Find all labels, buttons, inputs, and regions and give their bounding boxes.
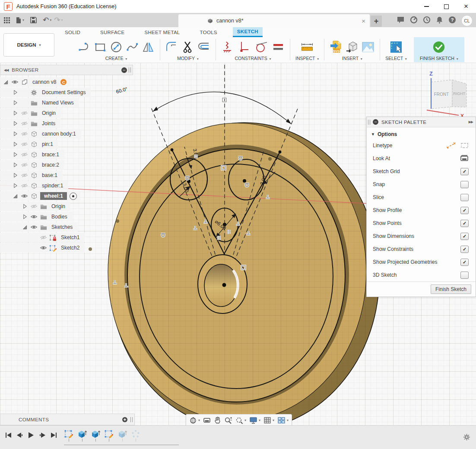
eye-visible-icon[interactable] (21, 193, 28, 199)
timeline-feature-extrude-3[interactable] (91, 429, 100, 442)
finish-sketch-dialog-button[interactable]: Finish Sketch (431, 285, 471, 294)
expand-arrow-icon[interactable] (23, 204, 27, 209)
group-insert-label[interactable]: INSERT ▾ (342, 56, 362, 62)
wheel-hub[interactable] (198, 255, 247, 313)
expand-arrow-icon[interactable] (13, 131, 17, 136)
spline-tool-icon[interactable] (126, 41, 139, 54)
group-modify-label[interactable]: MODIFY ▾ (177, 56, 199, 62)
viewports-icon[interactable]: ▾ (277, 417, 289, 424)
browser-item-cannon-v8[interactable]: cannon v8C (0, 77, 133, 87)
equal-constraint-icon[interactable] (272, 41, 285, 54)
tab-surface[interactable]: SURFACE (96, 27, 129, 37)
browser-item-label[interactable]: cannon body:1 (40, 130, 78, 138)
extensions-icon[interactable] (410, 16, 418, 25)
dimension-angle[interactable]: 60.0° (115, 86, 291, 124)
browser-item-named-views[interactable]: Named Views (0, 98, 133, 108)
job-status-icon[interactable] (397, 16, 405, 25)
browser-item-label[interactable]: brace:2 (40, 161, 61, 169)
eye-hidden-icon[interactable] (21, 111, 28, 116)
browser-item-label[interactable]: wheel:1 (40, 192, 67, 200)
expand-arrow-icon[interactable] (23, 214, 27, 219)
timeline-settings-gear-icon[interactable] (463, 433, 470, 443)
browser-item-label[interactable]: Origin (50, 202, 67, 210)
fixed-constraint-icon[interactable] (221, 41, 234, 54)
offset-tool-icon[interactable] (197, 41, 210, 54)
timeline-step-forward-icon[interactable] (39, 432, 46, 440)
orbit-icon[interactable]: ▾ (189, 417, 200, 424)
comments-scrollbar[interactable] (130, 417, 133, 422)
browser-item-label[interactable]: Joints (40, 120, 57, 127)
group-select-label[interactable]: SELECT ▾ (385, 56, 407, 62)
eye-visible-icon[interactable] (30, 224, 38, 230)
browser-item-label[interactable]: Sketches (50, 223, 74, 231)
browser-item-base-1[interactable]: base:1 (0, 171, 133, 180)
eye-hidden-icon[interactable] (21, 152, 28, 157)
file-menu-icon[interactable]: ▾ (16, 17, 24, 24)
expand-arrow-icon[interactable] (13, 121, 17, 126)
eye-hidden-icon[interactable] (21, 142, 28, 147)
collapse-arrow-icon[interactable] (3, 80, 8, 85)
show-profile-checkbox[interactable]: ✓ (460, 207, 469, 214)
look-at-icon[interactable] (460, 155, 469, 162)
expand-arrow-icon[interactable] (13, 142, 17, 147)
eye-hidden-icon[interactable] (21, 183, 28, 188)
browser-item-spinder-1[interactable]: spinder:1 (0, 181, 133, 190)
projected-linetype-icon[interactable] (460, 142, 469, 149)
sketch-grid-checkbox[interactable]: ✓ (460, 168, 469, 175)
browser-item-sketches[interactable]: Sketches (0, 222, 133, 232)
eye-visible-icon[interactable] (30, 214, 38, 219)
view-cube[interactable]: FRONT RIGHT Z X (410, 64, 475, 122)
palette-minimize-icon[interactable]: − (373, 119, 378, 125)
group-create-label[interactable]: CREATE ▾ (105, 56, 127, 62)
document-tab-close-icon[interactable]: × (362, 18, 365, 24)
display-settings-icon[interactable]: ▾ (249, 417, 260, 424)
palette-scrollbar[interactable] (368, 120, 370, 125)
tab-sketch[interactable]: SKETCH (233, 27, 263, 37)
timeline-go-start-icon[interactable] (5, 432, 12, 440)
tab-tools[interactable]: TOOLS (196, 27, 222, 37)
eye-visible-icon[interactable] (11, 79, 19, 85)
mirror-tool-icon[interactable] (142, 41, 155, 54)
circle-tool-icon[interactable] (110, 41, 123, 54)
3d-sketch-checkbox[interactable] (460, 272, 469, 279)
help-icon[interactable]: ? (448, 16, 456, 25)
expand-arrow-icon[interactable] (13, 162, 17, 168)
collapse-arrow-icon[interactable] (22, 225, 27, 230)
browser-scrollbar[interactable] (129, 67, 131, 73)
add-comment-icon[interactable] (122, 417, 128, 423)
browser-item-label[interactable]: pin:1 (40, 140, 55, 148)
browser-item-label[interactable]: Sketch1 (59, 234, 81, 241)
browser-item-document-settings[interactable]: Document Settings (0, 88, 133, 97)
timeline-track[interactable] (64, 445, 179, 445)
close-button[interactable]: × (456, 0, 476, 13)
undo-icon[interactable]: ↶▾ (43, 16, 51, 25)
timeline-step-back-icon[interactable] (16, 432, 23, 440)
snap-checkbox[interactable] (460, 181, 469, 188)
tangent-constraint-icon[interactable] (255, 41, 268, 54)
browser-item-joints[interactable]: Joints (0, 119, 133, 128)
fit-icon[interactable]: ▾ (235, 417, 246, 424)
expand-arrow-icon[interactable] (13, 100, 17, 105)
group-inspect-label[interactable]: INSPECT ▾ (295, 56, 319, 62)
expand-arrow-icon[interactable] (13, 90, 17, 95)
redo-icon[interactable]: ↷▾ (54, 16, 63, 25)
slice-checkbox[interactable] (460, 194, 469, 201)
line-tool-icon[interactable] (78, 41, 91, 54)
browser-item-cannon-body-1[interactable]: cannon body:1 (0, 129, 133, 139)
browser-item-pin-1[interactable]: pin:1 (0, 139, 133, 149)
collapse-arrow-icon[interactable] (13, 194, 18, 199)
insert-canvas-icon[interactable] (362, 41, 374, 54)
pan-icon[interactable] (214, 417, 221, 424)
sketch-palette-header[interactable]: − SKETCH PALETTE ▶▶ (367, 117, 476, 127)
eye-hidden-icon[interactable] (21, 173, 28, 178)
save-icon[interactable] (30, 17, 37, 23)
activate-component-radio[interactable] (70, 193, 77, 200)
group-constraints-label[interactable]: CONSTRAINTS ▾ (235, 56, 271, 62)
rectangle-tool-icon[interactable] (94, 41, 107, 54)
fillet-tool-icon[interactable] (165, 41, 178, 54)
construction-linetype-icon[interactable] (446, 142, 456, 149)
browser-item-label[interactable]: Named Views (40, 99, 76, 107)
browser-item-label[interactable]: cannon v8 (31, 78, 58, 86)
select-tool-icon[interactable] (390, 41, 403, 54)
insert-mesh-icon[interactable] (346, 41, 359, 54)
